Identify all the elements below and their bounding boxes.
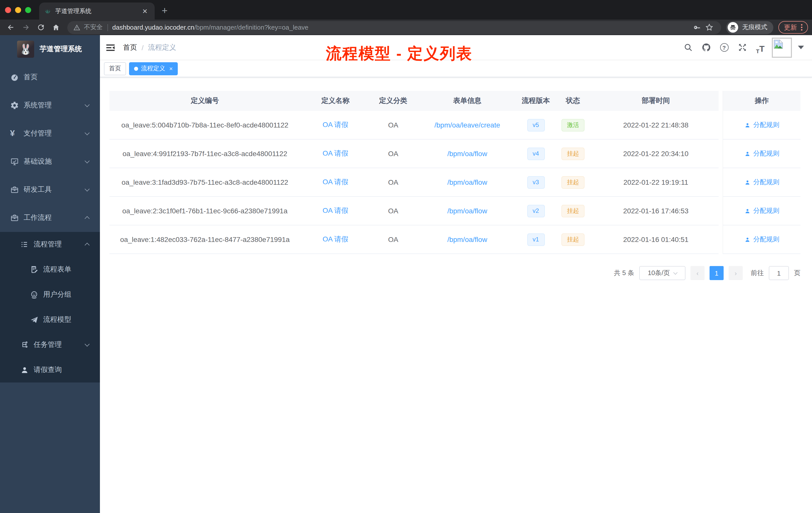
sidebar-item-label: 支付管理 [24, 129, 52, 138]
sidebar-item-home[interactable]: 首页 [0, 63, 100, 91]
prev-page-button[interactable]: ‹ [691, 266, 704, 280]
form-link[interactable]: /bpm/oa/flow [447, 207, 487, 215]
reload-button[interactable] [34, 21, 47, 34]
sidebar-item-process-model[interactable]: 流程模型 [0, 307, 100, 332]
sidebar-item-leave-query[interactable]: 请假查询 [0, 357, 100, 383]
user-icon [744, 208, 751, 214]
form-link[interactable]: /bpm/oa/flow [447, 178, 487, 186]
tab-close-icon[interactable]: ✕ [140, 7, 150, 15]
next-page-button[interactable]: › [729, 266, 743, 280]
sidebar-fold-icon[interactable] [105, 42, 116, 53]
update-label[interactable]: 更新 [784, 23, 797, 32]
help-icon[interactable]: ? [718, 41, 731, 54]
tag-close-icon[interactable]: × [168, 65, 173, 72]
sidebar: 🐰 芋道管理系统 首页 系统管理 ¥ 支付管理 [0, 35, 100, 513]
breadcrumb-home[interactable]: 首页 [123, 43, 137, 52]
assign-rule-button[interactable]: 分配规则 [744, 120, 779, 129]
sidebar-item-infrastructure[interactable]: 基础设施 [0, 148, 100, 176]
definition-name-link[interactable]: OA 请假 [323, 120, 348, 129]
status-badge: 挂起 [561, 176, 584, 188]
version-badge: v1 [527, 233, 545, 246]
search-icon[interactable] [682, 41, 695, 54]
sidebar-item-process-management[interactable]: 流程管理 [0, 232, 100, 257]
briefcase-icon [10, 185, 19, 194]
home-button[interactable] [49, 21, 62, 34]
sidebar-item-label: 流程管理 [34, 240, 62, 249]
sidebar-item-task-management[interactable]: 任务管理 [0, 332, 100, 357]
assign-rule-button[interactable]: 分配规则 [744, 149, 779, 158]
fullscreen-icon[interactable] [736, 41, 749, 54]
deploy-time: 2022-01-22 19:19:11 [593, 168, 719, 197]
forward-button[interactable] [19, 21, 32, 34]
sidebar-item-process-form[interactable]: 流程表单 [0, 257, 100, 282]
definition-name-link[interactable]: OA 请假 [323, 206, 348, 215]
goto-page-input[interactable] [769, 266, 789, 280]
font-size-icon[interactable]: TT [754, 41, 767, 54]
status-badge: 挂起 [561, 205, 584, 217]
github-icon[interactable] [699, 41, 713, 54]
address-bar[interactable]: 不安全 dashboard.yudao.iocoder.cn/bpm/manag… [67, 21, 721, 34]
table-row: oa_leave:1:482ec033-762a-11ec-8477-a2380… [110, 225, 801, 254]
tag-home[interactable]: 首页 [104, 62, 126, 75]
tag-label: 首页 [109, 64, 121, 73]
tag-process-definition[interactable]: 流程定义 × [129, 62, 178, 75]
avatar-dropdown-caret-icon[interactable] [798, 46, 804, 49]
definition-category: OA [371, 111, 416, 140]
status-badge: 挂起 [561, 147, 584, 160]
browser-menu-icon[interactable] [801, 24, 803, 31]
annotation-title: 流程模型 - 定义列表 [326, 43, 472, 64]
definition-table: 定义编号 定义名称 定义分类 表单信息 流程版本 状态 部署时间 操作 oa_l… [110, 91, 801, 254]
user-group-icon [30, 290, 39, 299]
new-tab-button[interactable]: + [162, 5, 168, 20]
form-link[interactable]: /bpm/oa/flow [447, 235, 487, 243]
browser-update-button[interactable]: 更新 [778, 21, 808, 34]
chevron-up-icon [85, 243, 90, 248]
user-icon [744, 179, 751, 185]
avatar[interactable] [772, 37, 792, 58]
browser-tab[interactable]: 芋道管理系统 ✕ [39, 2, 155, 20]
window-close-button[interactable] [5, 7, 11, 13]
dashboard-icon [10, 73, 19, 82]
sidebar-item-devtools[interactable]: 研发工具 [0, 176, 100, 204]
not-secure-label[interactable]: 不安全 [84, 23, 103, 32]
assign-rule-button[interactable]: 分配规则 [744, 206, 779, 215]
main-area: 首页 / 流程定义 ? TT [100, 35, 812, 513]
tag-label: 流程定义 [141, 64, 165, 73]
col-header-category: 定义分类 [371, 91, 416, 111]
sidebar-item-system[interactable]: 系统管理 [0, 91, 100, 119]
back-button[interactable] [4, 21, 17, 34]
col-header-action: 操作 [723, 91, 801, 111]
assign-rule-button[interactable]: 分配规则 [744, 178, 779, 187]
current-page-button[interactable]: 1 [709, 266, 724, 280]
sidebar-item-label: 研发工具 [24, 185, 52, 194]
form-link[interactable]: /bpm/oa/flow [447, 150, 487, 158]
definition-name-link[interactable]: OA 请假 [323, 149, 348, 158]
chevron-down-icon [85, 158, 90, 163]
version-badge: v3 [527, 176, 545, 188]
sidebar-item-user-group[interactable]: 用户分组 [0, 282, 100, 307]
window-controls [5, 7, 31, 13]
incognito-label: 无痕模式 [742, 23, 767, 32]
url-host: dashboard.yudao.iocoder.cn [112, 24, 194, 31]
sidebar-item-label: 流程表单 [43, 265, 71, 274]
sidebar-logo[interactable]: 🐰 芋道管理系统 [0, 35, 100, 63]
status-badge: 挂起 [561, 233, 584, 246]
password-key-icon[interactable] [691, 23, 703, 31]
not-secure-warning-icon [73, 24, 80, 31]
sidebar-item-workflow[interactable]: 工作流程 [0, 204, 100, 232]
form-link[interactable]: /bpm/oa/leave/create [434, 121, 500, 129]
definition-name-link[interactable]: OA 请假 [323, 235, 348, 244]
list-tree-icon [20, 240, 29, 249]
window-minimize-button[interactable] [15, 7, 21, 13]
version-badge: v5 [527, 119, 545, 131]
definition-name-link[interactable]: OA 请假 [323, 178, 348, 187]
sidebar-item-payment[interactable]: ¥ 支付管理 [0, 119, 100, 148]
incognito-badge: 无痕模式 [726, 21, 773, 34]
window-zoom-button[interactable] [25, 7, 31, 13]
assign-rule-button[interactable]: 分配规则 [744, 235, 779, 244]
sidebar-item-label: 任务管理 [34, 340, 62, 350]
page-size-select[interactable]: 10条/页 [639, 266, 686, 280]
bookmark-star-icon[interactable] [703, 23, 715, 32]
page-unit-label: 页 [794, 269, 801, 278]
chevron-down-icon [85, 102, 90, 107]
